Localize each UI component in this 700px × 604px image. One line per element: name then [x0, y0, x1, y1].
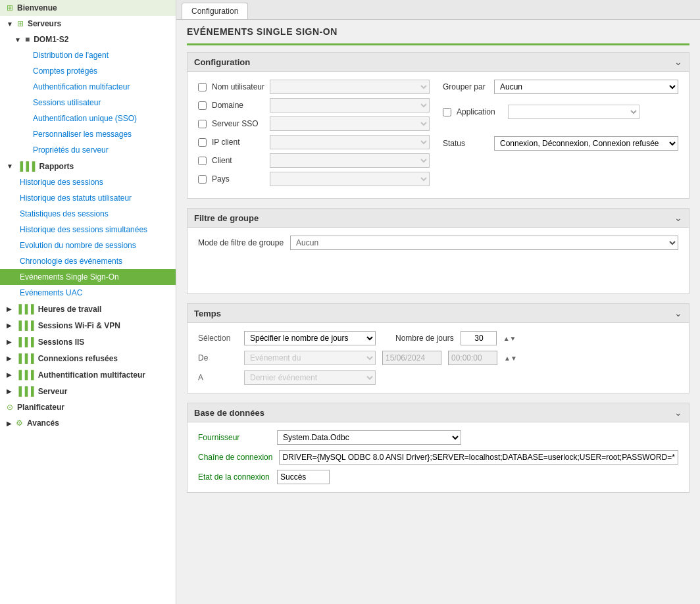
- select-selection[interactable]: Spécifier le nombre de jours: [244, 331, 376, 345]
- sidebar-item-comptes[interactable]: Comptes protégés: [0, 63, 176, 79]
- temps-row-selection: Sélection Spécifier le nombre de jours N…: [198, 331, 678, 345]
- spinner-icon: ▲▼: [503, 335, 516, 342]
- sidebar-item-auth-multi2[interactable]: ▶ ▐▐▐ Authentification multifacteur: [0, 366, 176, 383]
- select-pays[interactable]: [270, 172, 430, 186]
- sidebar-item-auth-unique[interactable]: Authentification unique (SSO): [0, 111, 176, 126]
- input-etat-connexion[interactable]: [277, 470, 330, 484]
- checkbox-application[interactable]: [443, 108, 451, 116]
- sidebar-item-sessions-wifi[interactable]: ▶ ▐▐▐ Sessions Wi-Fi & VPN: [0, 317, 176, 334]
- collapse-icon-temps: ⌄: [674, 308, 682, 318]
- sidebar-item-distribution[interactable]: Distribution de l'agent: [0, 47, 176, 63]
- bar-icon-wifi: ▐▐▐: [16, 320, 34, 330]
- input-chaine-connexion[interactable]: [279, 450, 678, 465]
- sidebar-item-heures[interactable]: ▶ ▐▐▐ Heures de travail: [0, 301, 176, 317]
- tab-label: Configuration: [191, 7, 238, 16]
- temps-row-a: A Dernier événement: [198, 370, 678, 385]
- section-header-configuration[interactable]: Configuration ⌄: [188, 53, 689, 72]
- select-serveur-sso[interactable]: [270, 116, 430, 131]
- chevron-down-icon-rapports: ▼: [7, 163, 13, 170]
- select-client[interactable]: [270, 153, 430, 168]
- chevron-down-icon: ▼: [7, 20, 13, 28]
- section-temps: Temps ⌄ Sélection Spécifier le nombre de…: [187, 303, 689, 393]
- select-ip-client[interactable]: [270, 135, 430, 149]
- chevron-down-icon-dom1: ▼: [14, 36, 21, 43]
- sidebar-item-planificateur[interactable]: ⊙ Planificateur: [0, 399, 176, 415]
- right-row-application: Application: [443, 105, 678, 119]
- section-body-temps: Sélection Spécifier le nombre de jours N…: [188, 323, 689, 393]
- select-application[interactable]: [508, 105, 639, 119]
- sidebar-item-proprietes[interactable]: Propriétés du serveur: [0, 142, 176, 158]
- label-domaine: Domaine: [212, 101, 264, 110]
- select-grouper-par[interactable]: Aucun: [494, 80, 678, 94]
- section-header-filtre[interactable]: Filtre de groupe ⌄: [188, 209, 689, 228]
- select-domaine[interactable]: [270, 98, 430, 113]
- label-auth-multi: Authentification multifacteur: [33, 82, 130, 91]
- right-row-status: Status Connexion, Déconnexion, Connexion…: [443, 136, 678, 151]
- checkbox-domaine[interactable]: [198, 101, 207, 110]
- label-heures: Heures de travail: [38, 305, 102, 314]
- bar-chart-icon: ▐▐▐: [17, 161, 36, 171]
- config-right-col: Grouper par Aucun Application: [430, 80, 678, 190]
- label-serveur-sso: Serveur SSO: [212, 119, 264, 128]
- select-a[interactable]: Dernier événement: [244, 370, 376, 385]
- bar-icon-serv2: ▐▐▐: [16, 386, 34, 396]
- sidebar-item-serveur2[interactable]: ▶ ▐▐▐ Serveur: [0, 383, 176, 399]
- green-separator: [187, 43, 689, 45]
- select-fournisseur[interactable]: System.Data.Odbc: [277, 430, 461, 445]
- page-title: EVÉNEMENTS SINGLE SIGN-ON: [187, 26, 689, 37]
- temps-row-de: De Evénement du ▲▼: [198, 351, 678, 365]
- sidebar-item-chrono[interactable]: Chronologie des événements: [0, 253, 176, 269]
- section-base-donnees: Base de données ⌄ Fournisseur System.Dat…: [187, 403, 689, 493]
- bar-icon-iis: ▐▐▐: [16, 337, 34, 347]
- sidebar-item-sessions-util[interactable]: Sessions utilisateur: [0, 95, 176, 111]
- sidebar-item-serveurs[interactable]: ▼ ⊞ Serveurs: [0, 16, 176, 32]
- tab-configuration[interactable]: Configuration: [182, 3, 248, 19]
- checkbox-serveur-sso[interactable]: [198, 120, 207, 128]
- sidebar-label-dom1s2: DOM1-S2: [34, 35, 68, 44]
- sidebar-item-evts-sso[interactable]: Evénements Single Sign-On: [0, 269, 176, 285]
- checkbox-client[interactable]: [198, 157, 207, 165]
- sidebar-item-histo-sessions[interactable]: Historique des sessions: [0, 174, 176, 190]
- section-body-bd: Fournisseur System.Data.Odbc Chaîne de c…: [188, 422, 689, 492]
- sidebar-label-rapports: Rapports: [39, 162, 74, 171]
- sidebar-item-rapports[interactable]: ▼ ▐▐▐ Rapports: [0, 158, 176, 174]
- sidebar-item-histo-simult[interactable]: Historique des sessions simultanées: [0, 222, 176, 238]
- checkbox-ip-client[interactable]: [198, 138, 207, 147]
- label-evts-uac: Evénements UAC: [20, 288, 82, 297]
- section-header-temps[interactable]: Temps ⌄: [188, 304, 689, 323]
- label-auth-multi2: Authentification multifacteur: [38, 370, 145, 380]
- sidebar-item-avances[interactable]: ▶ ⚙ Avancés: [0, 415, 176, 431]
- sidebar-item-auth-multi[interactable]: Authentification multifacteur: [0, 79, 176, 95]
- filter-row-mode: Mode de filtre de groupe Aucun: [198, 236, 678, 250]
- checkbox-nom-utilisateur[interactable]: [198, 83, 207, 91]
- input-nombre-jours[interactable]: [461, 331, 497, 345]
- sidebar-item-connexions-ref[interactable]: ▶ ▐▐▐ Connexions refusées: [0, 350, 176, 366]
- collapse-icon-filtre: ⌄: [674, 213, 682, 223]
- sidebar-item-dom1s2[interactable]: ▼ ■ DOM1-S2: [0, 32, 176, 47]
- sidebar-item-histo-statuts[interactable]: Historique des statuts utilisateur: [0, 190, 176, 206]
- sidebar-item-sessions-iis[interactable]: ▶ ▐▐▐ Sessions IIS: [0, 334, 176, 350]
- label-serveur2: Serveur: [38, 387, 68, 396]
- sidebar-item-evolution[interactable]: Evolution du nombre de sessions: [0, 238, 176, 253]
- input-de-time[interactable]: [448, 351, 497, 365]
- select-status[interactable]: Connexion, Déconnexion, Connexion refusé…: [494, 136, 678, 151]
- label-distribution: Distribution de l'agent: [33, 51, 109, 60]
- sidebar-item-bienvenue[interactable]: ⊞ Bienvenue: [0, 0, 176, 16]
- chevron-right-icon-wifi: ▶: [7, 322, 12, 329]
- section-header-bd[interactable]: Base de données ⌄: [188, 403, 689, 422]
- checkbox-pays[interactable]: [198, 175, 207, 184]
- sidebar-label-bienvenue: Bienvenue: [17, 3, 57, 13]
- sidebar-item-stats-sessions[interactable]: Statistiques des sessions: [0, 206, 176, 222]
- section-configuration: Configuration ⌄ Nom utilisateur: [187, 52, 689, 199]
- server-icon: ■: [25, 35, 30, 44]
- chevron-right-icon-conn: ▶: [7, 355, 12, 362]
- input-de-date[interactable]: [382, 351, 441, 365]
- config-row-domaine: Domaine: [198, 98, 430, 113]
- label-de: De: [198, 353, 238, 363]
- sidebar-item-evts-uac[interactable]: Evénements UAC: [0, 285, 176, 301]
- select-de[interactable]: Evénement du: [244, 351, 376, 365]
- sidebar-item-personnaliser[interactable]: Personnaliser les messages: [0, 126, 176, 142]
- select-mode-filtre[interactable]: Aucun: [290, 236, 678, 250]
- select-nom-utilisateur[interactable]: [270, 80, 430, 94]
- label-pays: Pays: [212, 174, 264, 184]
